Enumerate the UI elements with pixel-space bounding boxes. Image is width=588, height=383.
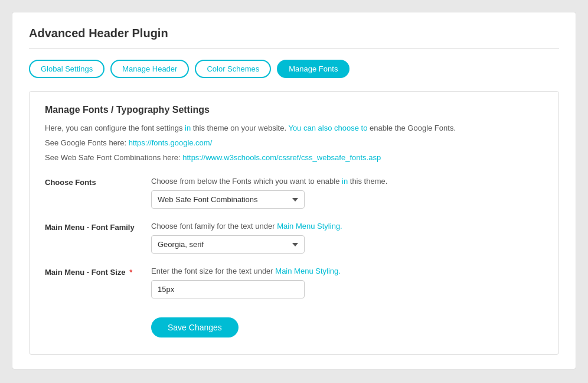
content-box: Manage Fonts / Typography Settings Here,… — [29, 91, 559, 355]
font-family-label: Main Menu - Font Family — [45, 222, 151, 232]
choose-fonts-label: Choose Fonts — [45, 177, 151, 187]
desc-suffix: enable the Google Fonts. — [370, 124, 456, 132]
desc-highlight1: in — [185, 124, 191, 132]
choose-fonts-section: Choose Fonts Choose from below the Fonts… — [45, 177, 543, 209]
tab-global-settings[interactable]: Global Settings — [29, 60, 104, 78]
font-family-select[interactable]: Georgia, serif Arial, sans-serif Verdana… — [151, 235, 305, 254]
tab-manage-header[interactable]: Manage Header — [110, 60, 189, 78]
section-title: Manage Fonts / Typography Settings — [45, 105, 543, 115]
choose-fonts-content: Choose from below the Fonts which you wa… — [151, 177, 543, 209]
choose-fonts-hint: Choose from below the Fonts which you wa… — [151, 177, 543, 186]
choose-fonts-select[interactable]: Web Safe Font Combinations Google Fonts — [151, 190, 305, 209]
google-fonts-link[interactable]: https://fonts.google.com/ — [129, 138, 213, 147]
google-fonts-label: See Google Fonts here: — [45, 138, 129, 147]
font-size-input[interactable] — [151, 280, 305, 298]
description-line1: Here, you can configure the font setting… — [45, 122, 543, 135]
page-wrapper: Advanced Header Plugin Global Settings M… — [12, 12, 576, 369]
required-asterisk: * — [129, 268, 132, 277]
web-safe-link[interactable]: https://www.w3schools.com/cssref/css_web… — [182, 153, 381, 162]
font-size-label: Main Menu - Font Size * — [45, 267, 151, 277]
font-family-content: Choose font family for the text under Ma… — [151, 222, 543, 254]
font-family-section: Main Menu - Font Family Choose font fami… — [45, 222, 543, 254]
web-safe-label: See Web Safe Font Combinations here: — [45, 153, 182, 162]
desc-prefix: Here, you can configure the font setting… — [45, 124, 185, 132]
font-size-hint: Enter the font size for the text under M… — [151, 267, 543, 275]
tabs-row: Global Settings Manage Header Color Sche… — [29, 60, 559, 78]
desc-middle: this theme on your website. — [193, 124, 289, 132]
desc-highlight2: You can also choose to — [288, 124, 367, 132]
tab-manage-fonts[interactable]: Manage Fonts — [277, 60, 349, 78]
font-size-section: Main Menu - Font Size * Enter the font s… — [45, 267, 543, 298]
save-changes-button[interactable]: Save Changes — [151, 317, 239, 337]
google-fonts-line: See Google Fonts here: https://fonts.goo… — [45, 137, 543, 150]
web-safe-line: See Web Safe Font Combinations here: htt… — [45, 152, 543, 164]
page-title: Advanced Header Plugin — [29, 27, 559, 49]
tab-color-schemes[interactable]: Color Schemes — [195, 60, 271, 78]
save-section: Save Changes — [45, 311, 543, 337]
font-family-hint: Choose font family for the text under Ma… — [151, 222, 543, 231]
font-size-content: Enter the font size for the text under M… — [151, 267, 543, 298]
